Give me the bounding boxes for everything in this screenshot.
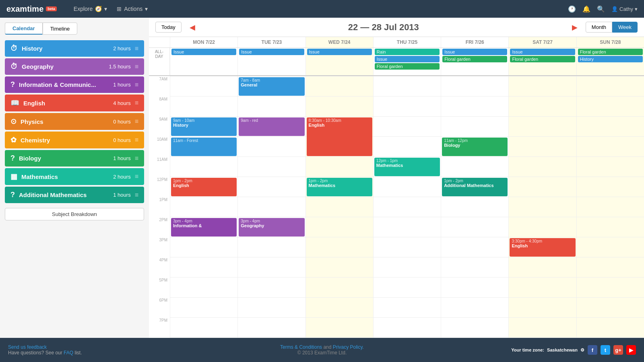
time-cell-day6-slot13[interactable] bbox=[576, 337, 644, 338]
sidebar-item-maths[interactable]: ▦ Mathematics 2 hours ≡ bbox=[5, 168, 144, 185]
time-cell-day5-slot11[interactable] bbox=[508, 297, 576, 317]
allday-event[interactable]: Floral garden bbox=[375, 63, 440, 70]
search-icon[interactable]: 🔍 bbox=[597, 5, 605, 13]
tab-calendar[interactable]: Calendar bbox=[5, 23, 43, 35]
time-cell-day6-slot11[interactable] bbox=[576, 297, 644, 317]
view-month-button[interactable]: Month bbox=[586, 22, 612, 33]
tab-timeline[interactable]: Timeline bbox=[43, 23, 78, 35]
time-cell-day6-slot4[interactable] bbox=[576, 156, 644, 177]
time-cell-day5-slot0[interactable] bbox=[508, 76, 576, 96]
time-cell-day5-slot5[interactable] bbox=[508, 177, 576, 197]
time-cell-day3-slot4[interactable]: 12pm - 1pmMathematics bbox=[373, 156, 441, 177]
time-cell-day0-slot3[interactable]: 11am - Forest bbox=[170, 136, 237, 156]
today-button[interactable]: Today bbox=[155, 22, 182, 33]
sidebar-item-chemistry[interactable]: ✿ Chemistry 0 hours ≡ bbox=[5, 132, 144, 148]
time-cell-day0-slot4[interactable] bbox=[170, 156, 237, 177]
time-cell-day2-slot0[interactable] bbox=[305, 76, 373, 96]
cal-event-0[interactable]: 7am - 8amGeneral bbox=[239, 77, 304, 96]
allday-event[interactable]: Floral garden bbox=[442, 56, 507, 62]
time-cell-day2-slot4[interactable] bbox=[305, 156, 373, 177]
time-cell-day3-slot3[interactable] bbox=[373, 136, 441, 156]
time-cell-day5-slot9[interactable] bbox=[508, 257, 576, 277]
time-cell-day0-slot11[interactable] bbox=[170, 297, 237, 317]
time-cell-day3-slot5[interactable] bbox=[373, 177, 441, 197]
time-cell-day5-slot2[interactable] bbox=[508, 116, 576, 136]
sidebar-item-ict[interactable]: ? Information & Communic... 1 hours ≡ bbox=[5, 76, 144, 93]
facebook-icon[interactable]: f bbox=[588, 345, 597, 355]
faq-link[interactable]: FAQ bbox=[64, 350, 73, 356]
time-cell-day6-slot9[interactable] bbox=[576, 257, 644, 277]
time-cell-day3-slot12[interactable] bbox=[373, 317, 441, 337]
time-cell-day4-slot5[interactable]: 1pm - 2pmAdditional Mathematics bbox=[441, 177, 508, 197]
time-cell-day2-slot8[interactable] bbox=[305, 237, 373, 257]
time-cell-day4-slot10[interactable] bbox=[441, 277, 508, 297]
cal-event-12[interactable]: 3:30pm - 4:30pmEnglish bbox=[510, 238, 575, 257]
allday-event[interactable]: Issue bbox=[307, 49, 372, 55]
time-cell-day4-slot6[interactable] bbox=[441, 197, 508, 217]
time-cell-day0-slot2[interactable]: 9am - 10amHistory bbox=[170, 116, 237, 136]
time-cell-day2-slot7[interactable] bbox=[305, 217, 373, 237]
time-cell-day3-slot9[interactable] bbox=[373, 257, 441, 277]
time-cell-day2-slot11[interactable] bbox=[305, 297, 373, 317]
time-cell-day2-slot1[interactable] bbox=[305, 96, 373, 116]
timezone-gear-icon[interactable]: ⚙ bbox=[580, 348, 584, 352]
time-cell-day1-slot0[interactable]: 7am - 8amGeneral bbox=[237, 76, 305, 96]
cal-event-3[interactable]: 8:30am - 10:30amEnglish bbox=[307, 117, 372, 156]
time-cell-day5-slot7[interactable] bbox=[508, 217, 576, 237]
time-cell-day2-slot9[interactable] bbox=[305, 257, 373, 277]
time-cell-day3-slot11[interactable] bbox=[373, 297, 441, 317]
time-cell-day5-slot1[interactable] bbox=[508, 96, 576, 116]
allday-event[interactable]: History bbox=[578, 56, 643, 62]
time-cell-day3-slot1[interactable] bbox=[373, 96, 441, 116]
time-cell-day1-slot8[interactable] bbox=[237, 237, 305, 257]
time-cell-day6-slot10[interactable] bbox=[576, 277, 644, 297]
time-cell-day1-slot5[interactable] bbox=[237, 177, 305, 197]
time-cell-day5-slot12[interactable] bbox=[508, 317, 576, 337]
time-cell-day4-slot0[interactable] bbox=[441, 76, 508, 96]
time-cell-day5-slot6[interactable] bbox=[508, 197, 576, 217]
time-cell-day5-slot8[interactable]: 3:30pm - 4:30pmEnglish bbox=[508, 237, 576, 257]
cal-event-7[interactable]: 1pm - 2pmEnglish bbox=[171, 178, 237, 196]
sidebar-item-physics[interactable]: ⊙ Physics 0 hours ≡ bbox=[5, 113, 144, 130]
view-week-button[interactable]: Week bbox=[612, 22, 638, 33]
cal-event-6[interactable]: 12pm - 1pmMathematics bbox=[374, 158, 440, 176]
time-cell-day6-slot0[interactable] bbox=[576, 76, 644, 96]
time-cell-day3-slot8[interactable] bbox=[373, 237, 441, 257]
allday-event[interactable]: Issue bbox=[239, 49, 304, 55]
subject-breakdown-button[interactable]: Subject Breakdown bbox=[5, 208, 144, 220]
time-cell-day0-slot10[interactable] bbox=[170, 277, 237, 297]
time-cell-day4-slot1[interactable] bbox=[441, 96, 508, 116]
allday-event[interactable]: Issue bbox=[442, 49, 507, 55]
time-cell-day1-slot2[interactable]: 9am - red bbox=[237, 116, 305, 136]
allday-event[interactable]: Issue bbox=[171, 49, 236, 55]
time-cell-day0-slot13[interactable] bbox=[170, 337, 237, 338]
time-cell-day3-slot2[interactable] bbox=[373, 116, 441, 136]
time-cell-day0-slot5[interactable]: 1pm - 2pmEnglish bbox=[170, 177, 237, 197]
cal-event-10[interactable]: 3pm - 4pmInformation & bbox=[171, 218, 237, 237]
time-cell-day0-slot8[interactable] bbox=[170, 237, 237, 257]
calendar-grid-container[interactable]: MON 7/22 TUE 7/23 WED 7/24 THU 7/25 FRI … bbox=[149, 37, 644, 338]
time-cell-day1-slot4[interactable] bbox=[237, 156, 305, 177]
time-cell-day1-slot3[interactable] bbox=[237, 136, 305, 156]
time-cell-day2-slot6[interactable] bbox=[305, 197, 373, 217]
time-cell-day4-slot11[interactable] bbox=[441, 297, 508, 317]
allday-event[interactable]: Floral garden bbox=[510, 56, 575, 62]
time-cell-day3-slot13[interactable] bbox=[373, 337, 441, 338]
time-cell-day3-slot6[interactable] bbox=[373, 197, 441, 217]
time-cell-day6-slot8[interactable] bbox=[576, 237, 644, 257]
time-cell-day4-slot9[interactable] bbox=[441, 257, 508, 277]
explore-button[interactable]: Explore 🧭 ▾ bbox=[69, 3, 112, 14]
cal-event-1[interactable]: 9am - 10amHistory bbox=[171, 117, 237, 136]
bell-icon[interactable]: 🔔 bbox=[582, 5, 590, 13]
twitter-icon[interactable]: t bbox=[601, 345, 610, 355]
cal-event-4[interactable]: 11am - Forest bbox=[171, 138, 237, 156]
actions-button[interactable]: ⊞ Actions ▾ bbox=[112, 3, 153, 14]
time-cell-day0-slot12[interactable] bbox=[170, 317, 237, 337]
cal-event-8[interactable]: 1pm - 2pmMathematics bbox=[307, 178, 372, 196]
time-cell-day6-slot1[interactable] bbox=[576, 96, 644, 116]
sidebar-item-geography[interactable]: ⏱ Geography 1.5 hours ≡ bbox=[5, 58, 144, 75]
time-cell-day6-slot12[interactable] bbox=[576, 317, 644, 337]
time-cell-day0-slot7[interactable]: 3pm - 4pmInformation & bbox=[170, 217, 237, 237]
cal-event-9[interactable]: 1pm - 2pmAdditional Mathematics bbox=[442, 178, 508, 196]
time-cell-day6-slot2[interactable] bbox=[576, 116, 644, 136]
